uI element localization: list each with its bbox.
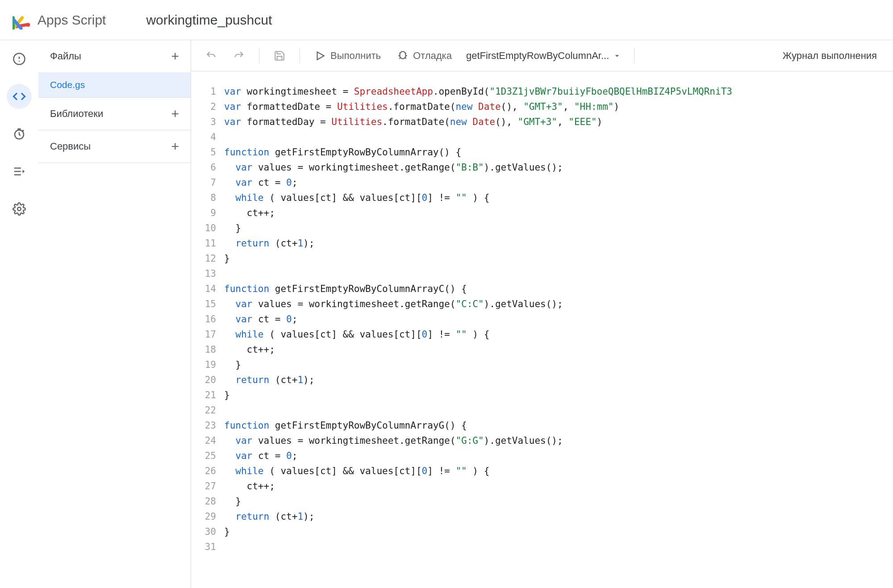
files-header: Файлы + [38, 40, 191, 72]
svg-line-17 [399, 53, 400, 54]
run-button[interactable]: Выполнить [308, 46, 387, 65]
toolbar-separator [300, 48, 300, 63]
toolbar-separator [259, 48, 259, 63]
files-label: Файлы [50, 50, 81, 62]
undo-button[interactable] [199, 46, 223, 65]
run-label: Выполнить [330, 50, 381, 62]
files-sidebar: Файлы + Code.gs Библиотеки + Сервисы + [38, 40, 191, 588]
file-item-label: Code.gs [50, 79, 85, 90]
rail-executions[interactable] [7, 159, 32, 184]
svg-line-19 [399, 58, 400, 58]
editor-toolbar: Выполнить Отладка getFirstEmptyRowByColu… [191, 40, 893, 71]
svg-line-20 [405, 58, 406, 58]
function-select[interactable]: getFirstEmptyRowByColumnAr... [462, 46, 626, 65]
function-select-label: getFirstEmptyRowByColumnAr... [466, 50, 609, 62]
app-name: Apps Script [38, 13, 106, 28]
line-gutter: 1 2 3 4 5 6 7 8 9 10 11 12 13 14 15 16 1… [191, 84, 224, 588]
apps-script-logo-icon [13, 11, 31, 29]
logo-lockup: Apps Script [13, 11, 106, 29]
project-name[interactable]: workingtime_pushcut [146, 13, 272, 28]
execution-log-button[interactable]: Журнал выполнения [775, 46, 885, 65]
chevron-down-icon [613, 51, 622, 60]
add-service-button[interactable]: + [171, 140, 179, 153]
add-file-button[interactable]: + [171, 50, 179, 63]
svg-point-4 [26, 23, 30, 27]
rail-editor[interactable] [7, 84, 32, 109]
execution-log-label: Журнал выполнения [783, 50, 877, 62]
file-item-code-gs[interactable]: Code.gs [38, 72, 191, 97]
rail-overview[interactable] [7, 46, 32, 71]
svg-point-7 [19, 61, 20, 62]
save-button[interactable] [267, 46, 292, 65]
nav-rail [0, 40, 38, 588]
debug-label: Отладка [413, 50, 452, 62]
rail-settings[interactable] [7, 196, 32, 221]
code-content[interactable]: var workingtimesheet = SpreadsheetApp.op… [224, 84, 893, 588]
add-library-button[interactable]: + [171, 107, 179, 121]
svg-marker-12 [23, 170, 25, 173]
services-header: Сервисы + [38, 130, 191, 163]
svg-point-13 [17, 207, 21, 211]
main-pane: Выполнить Отладка getFirstEmptyRowByColu… [191, 40, 893, 588]
svg-line-18 [405, 53, 406, 54]
libraries-header: Библиотеки + [38, 98, 191, 130]
toolbar-separator [634, 48, 634, 63]
debug-button[interactable]: Отладка [391, 46, 458, 65]
svg-marker-14 [317, 52, 324, 59]
app-header: Apps Script workingtime_pushcut [0, 0, 893, 40]
redo-button[interactable] [227, 46, 251, 65]
code-editor[interactable]: 1 2 3 4 5 6 7 8 9 10 11 12 13 14 15 16 1… [191, 71, 893, 588]
services-label: Сервисы [50, 141, 91, 152]
rail-triggers[interactable] [7, 121, 32, 146]
libraries-label: Библиотеки [50, 108, 103, 120]
